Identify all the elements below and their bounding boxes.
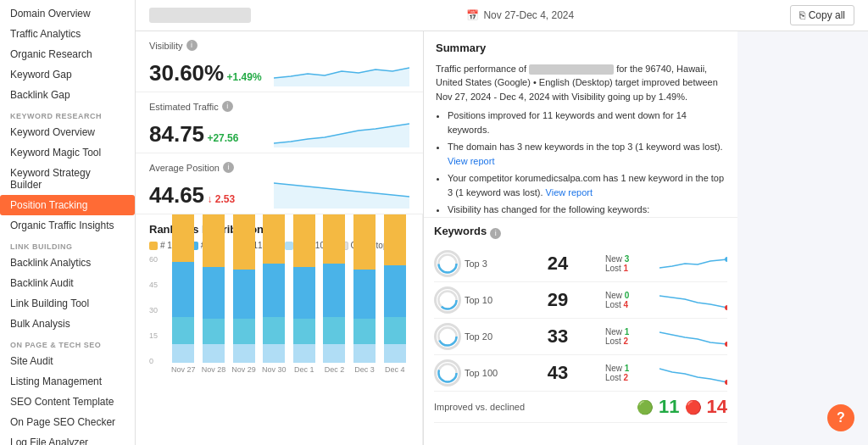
visibility-sparkline <box>274 53 409 86</box>
bar-label: Nov 27 <box>171 365 196 374</box>
bar-segment <box>263 264 285 317</box>
help-button[interactable]: ? <box>827 404 854 431</box>
sidebar-item-position-tracking[interactable]: Position Tracking <box>0 195 135 215</box>
summary-bullet-3: Your competitor korumedicsalpa.com has 1… <box>448 171 726 199</box>
keywords-info-icon[interactable]: i <box>490 228 501 239</box>
avg-position-info-icon[interactable]: i <box>223 162 234 173</box>
bar-segment <box>233 270 255 320</box>
sidebar-item-link-building-tool[interactable]: Link Building Tool <box>0 293 135 314</box>
kw-row-top100: Top 100 43 New 1 Lost 2 <box>434 355 727 392</box>
bar-segment <box>233 344 255 363</box>
kw-circle-top3 <box>434 250 461 277</box>
bar-segment <box>203 214 225 267</box>
sidebar-item-bulk-analysis[interactable]: Bulk Analysis <box>0 314 135 334</box>
kw-count-top3: 24 <box>548 253 568 275</box>
view-report-link-2[interactable]: View report <box>546 187 593 197</box>
traffic-value: 84.75 <box>149 121 204 147</box>
kw-chart-top3 <box>659 251 727 276</box>
bar-segment <box>384 265 406 317</box>
bar-group: Nov 29 <box>230 214 258 374</box>
sidebar-item-keyword-overview[interactable]: Keyword Overview <box>0 122 135 142</box>
sidebar-item-site-audit[interactable]: Site Audit <box>0 351 135 371</box>
copy-icon: ⎘ <box>799 9 805 21</box>
bar-label: Dec 2 <box>325 365 345 374</box>
sidebar-item-backlink-audit[interactable]: Backlink Audit <box>0 273 135 293</box>
bar-segment <box>323 317 345 345</box>
bar-group: Dec 3 <box>351 214 379 374</box>
kw-chart-top10 <box>659 287 727 313</box>
sidebar-item-keyword-gap[interactable]: Keyword Gap <box>0 64 135 85</box>
section-label-onpage: ON PAGE & TECH SEO <box>0 334 135 351</box>
bar-group: Nov 30 <box>260 214 288 374</box>
kw-chart-top100 <box>659 360 727 386</box>
kw-circle-top20 <box>434 323 461 350</box>
kw-new-lost-top100: New 1 Lost 2 <box>605 364 629 382</box>
visibility-value: 30.60% <box>149 60 224 86</box>
metrics-panel: Visibility i 30.60% +1.49% <box>136 31 424 445</box>
kw-label-top3: Top 3 <box>465 259 487 269</box>
kw-label-top20: Top 20 <box>465 331 492 342</box>
sidebar-item-organic-traffic-insights[interactable]: Organic Traffic Insights <box>0 215 135 236</box>
svg-marker-2 <box>274 183 409 209</box>
summary-bullet-1: Positions improved for 11 keywords and w… <box>448 108 726 136</box>
bar-segment <box>293 344 315 363</box>
bar-segment <box>384 214 406 265</box>
section-label-keyword-research: KEYWORD RESEARCH <box>0 105 135 122</box>
bar-segment <box>172 317 194 345</box>
declined-value: 14 <box>707 396 727 418</box>
sidebar-item-traffic-analytics[interactable]: Traffic Analytics <box>0 24 135 44</box>
summary-intro-text: Traffic performance of for the 96740, Ha… <box>436 62 726 104</box>
estimated-traffic-metric: Estimated Traffic i 84.75 +27.56 <box>136 92 423 153</box>
sidebar-item-seo-content-template[interactable]: SEO Content Template <box>0 392 135 412</box>
bar-group: Nov 27 <box>170 214 198 374</box>
keywords-panel: Keywords i Top 3 24 <box>424 218 737 445</box>
bar-label: Dec 1 <box>294 365 314 374</box>
summary-bullet-2: The domain has 3 new keywords in the top… <box>448 140 726 168</box>
domain-input[interactable] <box>149 8 251 23</box>
kw-circle-top100 <box>434 359 461 387</box>
sidebar-item-organic-research[interactable]: Organic Research <box>0 44 135 64</box>
sidebar-item-log-file-analyzer[interactable]: Log File Analyzer <box>0 432 135 445</box>
main-area: 📅 Nov 27-Dec 4, 2024 ⎘ Copy all Visibili… <box>136 0 868 445</box>
kw-chart-top20 <box>659 324 727 349</box>
kw-label-top100: Top 100 <box>465 368 498 378</box>
visibility-info-icon[interactable]: i <box>186 40 198 51</box>
visibility-metric: Visibility i 30.60% +1.49% <box>136 31 423 92</box>
sidebar-item-on-page-seo-checker[interactable]: On Page SEO Checker <box>0 412 135 432</box>
estimated-traffic-info-icon[interactable]: i <box>222 101 233 112</box>
content-area: Visibility i 30.60% +1.49% <box>136 31 868 445</box>
sidebar-item-listing-management[interactable]: Listing Management <box>0 371 135 392</box>
sidebar-item-keyword-magic-tool[interactable]: Keyword Magic Tool <box>0 142 135 163</box>
svg-point-11 <box>725 342 727 347</box>
improved-vs-declined: Improved vs. declined 🟢 11 🔴 14 <box>434 392 727 423</box>
sidebar-item-backlink-analytics[interactable]: Backlink Analytics <box>0 253 135 273</box>
bar-segment <box>263 344 285 363</box>
bar-segment <box>293 267 315 319</box>
rankings-distribution-section: Rankings Distribution i # 1-3 # 4-10 # 1… <box>136 214 423 445</box>
sidebar-item-backlink-gap[interactable]: Backlink Gap <box>0 85 135 105</box>
bar-segment <box>172 344 194 363</box>
bar-label: Dec 3 <box>354 365 375 374</box>
improved-values: 🟢 11 🔴 14 <box>637 396 727 418</box>
bar-segment <box>233 319 255 344</box>
summary-bullets: Positions improved for 11 keywords and w… <box>436 108 726 218</box>
bar-segment <box>353 319 376 344</box>
bar-label: Nov 30 <box>262 365 287 374</box>
kw-count-top10: 29 <box>548 289 568 311</box>
bar-segment <box>263 214 285 264</box>
view-report-link-1[interactable]: View report <box>448 156 494 166</box>
kw-count-top100: 43 <box>548 362 568 384</box>
bar-segment <box>172 214 194 262</box>
kw-count-top20: 33 <box>548 325 568 348</box>
bar-group: Nov 28 <box>200 214 228 374</box>
sidebar-item-keyword-strategy-builder[interactable]: Keyword Strategy Builder <box>0 163 135 195</box>
traffic-change: +27.56 <box>207 132 238 144</box>
kw-new-lost-top3: New 3 Lost 1 <box>605 254 629 273</box>
improved-label: Improved vs. declined <box>434 402 637 412</box>
copy-all-button[interactable]: ⎘ Copy all <box>790 5 854 25</box>
sidebar-item-domain-overview[interactable]: Domain Overview <box>0 3 135 24</box>
kw-row-top20: Top 20 33 New 1 Lost 2 <box>434 319 727 355</box>
kw-new-lost-top10: New 0 Lost 4 <box>605 291 629 309</box>
bar-segment <box>384 344 406 363</box>
kw-row-top3: Top 3 24 New 3 Lost 1 <box>434 246 727 282</box>
